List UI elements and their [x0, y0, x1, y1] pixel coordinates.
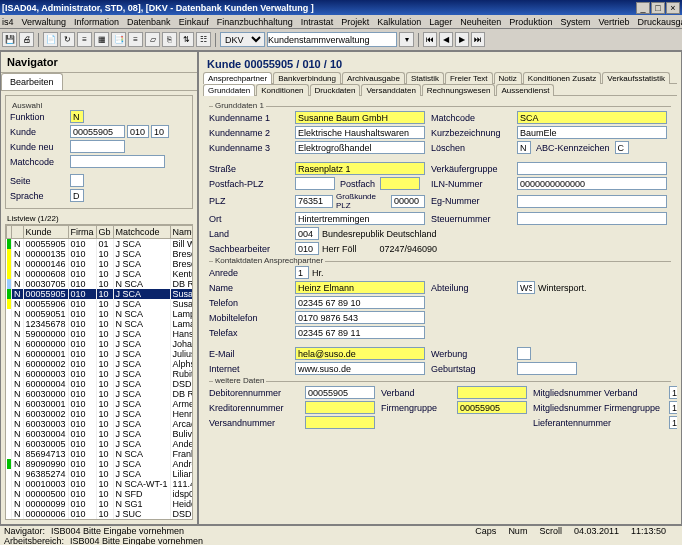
ort-input[interactable]	[295, 212, 425, 225]
mobil-input[interactable]	[295, 311, 425, 324]
dropdown-icon[interactable]: ▾	[399, 32, 414, 47]
matchcode-field[interactable]	[517, 111, 667, 124]
lief-input[interactable]	[669, 416, 677, 429]
table-row[interactable]: N6000000201010J SCAAlphsquadr	[7, 359, 194, 369]
table-icon[interactable]: 📑	[111, 32, 126, 47]
table-row[interactable]: N6000000401010J SCADSD Dillin	[7, 379, 194, 389]
kontakt-name-input[interactable]	[295, 281, 425, 294]
menu-lager[interactable]: Lager	[429, 17, 452, 27]
tab-aussendienst[interactable]: Aussendienst	[496, 84, 554, 96]
tab-versanddaten[interactable]: Versanddaten	[361, 84, 420, 96]
table-row[interactable]: N6003000401010J SCABulivicz	[7, 429, 194, 439]
iln-input[interactable]	[517, 177, 667, 190]
list-icon[interactable]: ≡	[77, 32, 92, 47]
table-row[interactable]: N6003000201010J SCAHenn AG	[7, 409, 194, 419]
module-desc-input[interactable]	[267, 32, 397, 47]
table-row[interactable]: N0003070501010N SCADB Reise &	[7, 279, 194, 289]
tab-rechnungswesen[interactable]: Rechnungswesen	[422, 84, 496, 96]
table-row[interactable]: N0000013501010J SCABresenfeld	[7, 249, 194, 259]
listview[interactable]: KundeFirmaGbMatchcodeNameN0005590501001J…	[5, 224, 193, 520]
table-row[interactable]: N0005590601010J SCASusanne Be	[7, 299, 194, 309]
table-row[interactable]: N0000000501010N SUCBuzi Sorge	[7, 519, 194, 520]
col-Matchcode[interactable]: Matchcode	[113, 226, 170, 239]
geburtstag-input[interactable]	[517, 362, 577, 375]
menu-is4[interactable]: is4	[2, 17, 14, 27]
table-row[interactable]: N6003000101010J SCAArmes	[7, 399, 194, 409]
list2-icon[interactable]: ≡	[128, 32, 143, 47]
table-row[interactable]: N6000000001010J SCAJohann Mul	[7, 339, 194, 349]
table-row[interactable]: N8909099001010J SCAAndrea Sch	[7, 459, 194, 469]
maximize-button[interactable]: □	[651, 2, 665, 14]
grosskundeplz-input[interactable]	[391, 195, 425, 208]
sprache-input[interactable]	[70, 189, 84, 202]
table-row[interactable]: N0005905101010N SCALamprecht	[7, 309, 194, 319]
sachcode-input[interactable]	[295, 242, 319, 255]
sheet-icon[interactable]: ▱	[145, 32, 160, 47]
table-row[interactable]: N6000000101010J SCAJulius Per	[7, 349, 194, 359]
sort-icon[interactable]: ⇅	[179, 32, 194, 47]
table-row[interactable]: N9638527401010J SCALilian Wel	[7, 469, 194, 479]
table-row[interactable]: N0005590501001J SCABill Wells	[7, 239, 194, 250]
kunde-input[interactable]	[70, 125, 125, 138]
table-row[interactable]: N0001000301010N SCA-WT-1111.44.666	[7, 479, 194, 489]
filter-icon[interactable]: ⎘	[162, 32, 177, 47]
tab-druckdaten[interactable]: Druckdaten	[310, 84, 361, 96]
col-Kunde[interactable]: Kunde	[23, 226, 68, 239]
kundenname1-input[interactable]	[295, 111, 425, 124]
strasse-input[interactable]	[295, 162, 425, 175]
table-row[interactable]: N0000009901010N SG1Heidelberg	[7, 499, 194, 509]
tab-archivausgabe[interactable]: Archivausgabe	[342, 72, 405, 84]
tab-konditionen-zusatz[interactable]: Konditionen Zusatz	[523, 72, 602, 84]
table-row[interactable]: N6003000301010J SCAArcadius V	[7, 419, 194, 429]
telefax-input[interactable]	[295, 326, 425, 339]
view-icon[interactable]: ☷	[196, 32, 211, 47]
werbung-input[interactable]	[517, 347, 531, 360]
deb-input[interactable]	[305, 386, 375, 399]
funktion-input[interactable]	[70, 110, 84, 123]
menu-finanzbuchhaltung[interactable]: Finanzbuchhaltung	[217, 17, 293, 27]
tab-statistik[interactable]: Statistik	[406, 72, 444, 84]
abc-input[interactable]	[615, 141, 629, 154]
tab-freier-text[interactable]: Freier Text	[445, 72, 493, 84]
steuer-input[interactable]	[517, 212, 667, 225]
tab-verkaufsstatistik[interactable]: Verkaufsstatistik	[602, 72, 670, 84]
kurzbez-input[interactable]	[517, 126, 667, 139]
nav-first-icon[interactable]: ⏮	[423, 32, 437, 47]
menu-verwaltung[interactable]: Verwaltung	[22, 17, 67, 27]
refresh-icon[interactable]: ↻	[60, 32, 75, 47]
table-row[interactable]: N1234567801010N SCALamanik Ge	[7, 319, 194, 329]
tab-bankverbindung[interactable]: Bankverbindung	[273, 72, 341, 84]
menu-produktion[interactable]: Produktion	[509, 17, 552, 27]
anrede-input[interactable]	[295, 266, 309, 279]
menu-einkauf[interactable]: Einkauf	[179, 17, 209, 27]
table-row[interactable]: N0000000601010J SUCDSD Dillin	[7, 509, 194, 519]
menu-datenbank[interactable]: Datenbank	[127, 17, 171, 27]
tab-konditionen[interactable]: Konditionen	[256, 84, 308, 96]
kunde-neu-input[interactable]	[70, 140, 125, 153]
nav-next-icon[interactable]: ▶	[455, 32, 469, 47]
tab-grunddaten[interactable]: Grunddaten	[203, 84, 255, 96]
menu-system[interactable]: System	[560, 17, 590, 27]
table-row[interactable]: N5900000001010J SCAHans Freuh	[7, 329, 194, 339]
fg-input[interactable]	[457, 401, 527, 414]
table-row[interactable]: N0005590501010J SCASusanne Be	[7, 289, 194, 299]
save-icon[interactable]: 💾	[2, 32, 17, 47]
kred-input[interactable]	[305, 401, 375, 414]
tab-bearbeiten[interactable]: Bearbeiten	[1, 73, 63, 90]
plz-input[interactable]	[295, 195, 333, 208]
tab-ansprechpartner[interactable]: Ansprechpartner	[203, 72, 272, 84]
landcode-input[interactable]	[295, 227, 319, 240]
table-row[interactable]: N6003000001010J SCADB Reise &	[7, 389, 194, 399]
verkgr-input[interactable]	[517, 162, 667, 175]
col-tag[interactable]	[12, 226, 24, 239]
print-icon[interactable]: 🖨	[19, 32, 34, 47]
matchcode-input[interactable]	[70, 155, 165, 168]
postfachplz-input[interactable]	[295, 177, 335, 190]
minimize-button[interactable]: _	[636, 2, 650, 14]
versand-input[interactable]	[305, 416, 375, 429]
table-row[interactable]: N8569471301010N SCAFrank Hurs	[7, 449, 194, 459]
menu-vertrieb[interactable]: Vertrieb	[598, 17, 629, 27]
telefon-input[interactable]	[295, 296, 425, 309]
file-icon[interactable]: 📄	[43, 32, 58, 47]
table-row[interactable]: N0000050001010N SFDidsp0	[7, 489, 194, 499]
